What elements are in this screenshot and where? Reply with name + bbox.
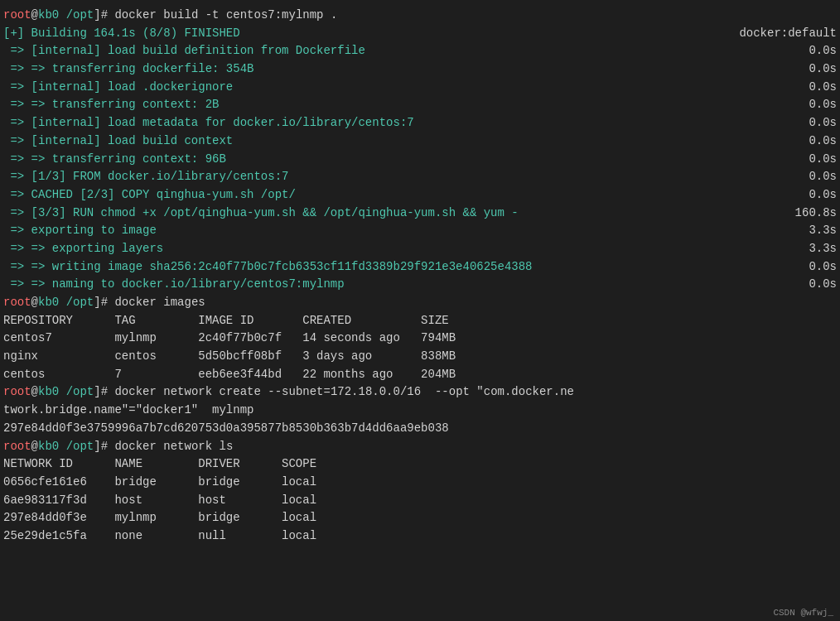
line-25: root@kb0 /opt]# docker network ls	[3, 438, 837, 456]
terminal: root@kb0 /opt]# docker build -t centos7:…	[0, 0, 840, 552]
line-21: centos 7 eeb6ee3f44bd 22 months ago 204M…	[3, 366, 837, 384]
line-29: 297e84dd0f3e mylnmp bridge local	[3, 509, 837, 527]
line-7: => [internal] load metadata for docker.i…	[3, 114, 837, 132]
line-27: 0656cfe161e6 bridge bridge local	[3, 474, 837, 492]
line-20: nginx centos 5d50bcff08bf 3 days ago 838…	[3, 348, 837, 366]
line-30: 25e29de1c5fa none null local	[3, 527, 837, 546]
prompt-path: /opt	[66, 8, 94, 22]
line-24: 297e84dd0f3e3759996a7b7cd620753d0a395877…	[3, 420, 837, 438]
line-26: NETWORK ID NAME DRIVER SCOPE	[3, 455, 837, 474]
line-13: => exporting to image3.3s	[3, 222, 837, 240]
cmd-4: docker network ls	[114, 440, 233, 453]
line-2: [+] Building 164.1s (8/8) FINISHEDdocker…	[3, 25, 837, 43]
line-16: => => naming to docker.io/library/centos…	[3, 276, 837, 294]
line-23: twork.bridge.name"="docker1" mylnmp	[3, 402, 837, 420]
cmd-1: docker build -t centos7:mylnmp .	[114, 8, 337, 22]
line-6: => => transferring context: 2B0.0s	[3, 96, 837, 114]
line-10: => [1/3] FROM docker.io/library/centos:7…	[3, 168, 837, 186]
line-1: root@kb0 /opt]# docker build -t centos7:…	[3, 7, 837, 25]
line-18: REPOSITORY TAG IMAGE ID CREATED SIZE	[3, 312, 837, 330]
prompt-user: root	[3, 8, 31, 22]
line-3: => [internal] load build definition from…	[3, 42, 837, 60]
line-17: root@kb0 /opt]# docker images	[3, 294, 837, 312]
line-22: root@kb0 /opt]# docker network create --…	[3, 383, 837, 402]
line-9: => => transferring context: 96B0.0s	[3, 151, 837, 169]
cached-label: CACHED	[31, 188, 73, 201]
line-5: => [internal] load .dockerignore0.0s	[3, 79, 837, 97]
footer-watermark: CSDN @wfwj_	[773, 608, 833, 618]
line-14: => => exporting layers3.3s	[3, 240, 837, 258]
line-8: => [internal] load build context0.0s	[3, 132, 837, 151]
line-15: => => writing image sha256:2c40f77b0c7fc…	[3, 258, 837, 277]
line-19: centos7 mylnmp 2c40f77b0c7f 14 seconds a…	[3, 330, 837, 348]
prompt-host: kb0	[38, 8, 59, 22]
cmd-3: docker network create --subnet=172.18.0.…	[114, 385, 574, 398]
line-4: => => transferring dockerfile: 354B0.0s	[3, 60, 837, 79]
line-28: 6ae983117f3d host host local	[3, 492, 837, 510]
line-12: => [3/3] RUN chmod +x /opt/qinghua-yum.s…	[3, 205, 837, 223]
cmd-2: docker images	[114, 296, 205, 309]
line-11: => CACHED [2/3] COPY qinghua-yum.sh /opt…	[3, 186, 837, 205]
